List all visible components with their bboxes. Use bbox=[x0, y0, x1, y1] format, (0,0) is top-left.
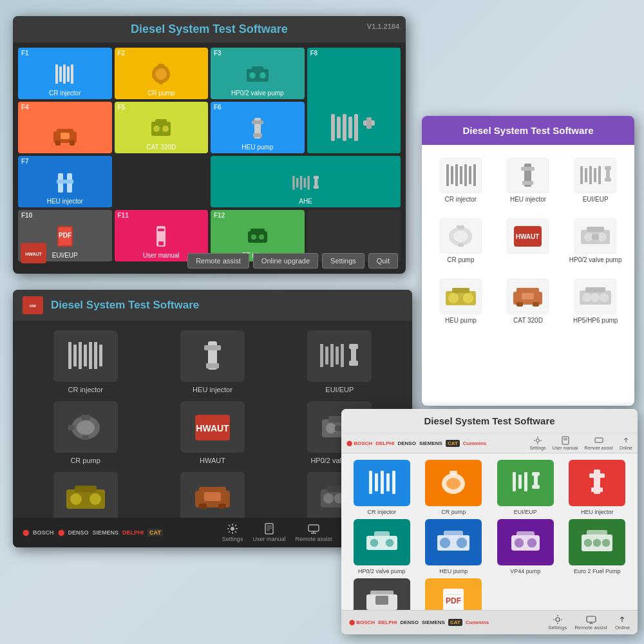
w2-cr-pump[interactable]: CR pump bbox=[26, 401, 145, 464]
hp02-pump-icon bbox=[242, 59, 274, 88]
w3-hp02-pump[interactable]: HP0/2 valve pump bbox=[564, 213, 627, 269]
w4-brand-cat: CAT bbox=[448, 619, 462, 626]
w4-remote-btn[interactable]: Remote assist bbox=[574, 614, 607, 630]
brand-cummins-w4: Cummins bbox=[463, 440, 486, 446]
quit-btn[interactable]: Quit bbox=[368, 253, 398, 269]
w3-hp5hp6-pump-img bbox=[574, 279, 616, 314]
tile-heu-injector[interactable]: F6 HEU pump bbox=[211, 102, 305, 153]
online-upgrade-btn[interactable]: Online upgrade bbox=[253, 253, 318, 269]
svg-rect-169 bbox=[518, 475, 522, 489]
settings-btn[interactable]: Settings bbox=[322, 253, 365, 269]
svg-rect-89 bbox=[75, 486, 97, 492]
w4-euro2-pump[interactable]: Euro 2 Fuel Pump bbox=[564, 519, 632, 574]
svg-rect-17 bbox=[348, 117, 352, 138]
remote-assist-btn[interactable]: Remote assist bbox=[187, 253, 249, 269]
w4-remote-icon[interactable]: Remote assist bbox=[584, 436, 612, 450]
heu-injector-icon bbox=[242, 113, 274, 142]
w2-cr-injector[interactable]: CR injector bbox=[26, 330, 145, 393]
svg-rect-190 bbox=[587, 530, 607, 536]
w2-hwaut[interactable]: HWAUT HWAUT bbox=[153, 401, 272, 464]
w2-manual-btn[interactable]: User manual bbox=[252, 523, 285, 542]
w4-settings-btn[interactable]: Settings bbox=[548, 614, 567, 630]
svg-rect-72 bbox=[341, 344, 344, 367]
w3-eui-eup[interactable]: EUI/EUP bbox=[564, 153, 627, 208]
w4-cr-injector-label: CR injector bbox=[367, 509, 396, 515]
tile-f8[interactable]: F8 bbox=[307, 48, 401, 153]
w4-cr-injector[interactable]: CR injector bbox=[348, 460, 416, 515]
tile-cr-injector-label: CR injector bbox=[49, 90, 80, 97]
svg-point-53 bbox=[259, 234, 264, 240]
w3-cat320d[interactable]: CAT 320D bbox=[497, 274, 560, 329]
f8-icon bbox=[328, 106, 379, 151]
w4-settings-icon[interactable]: Settings bbox=[529, 436, 545, 450]
svg-point-143 bbox=[448, 293, 459, 303]
w4-upgrade-icon[interactable]: Online bbox=[620, 436, 632, 450]
w3-hwaut[interactable]: HWAUT bbox=[497, 213, 560, 269]
svg-rect-23 bbox=[55, 140, 61, 146]
svg-text:PDF: PDF bbox=[446, 596, 461, 605]
svg-rect-4 bbox=[71, 64, 73, 84]
svg-rect-146 bbox=[516, 288, 539, 293]
svg-rect-16 bbox=[343, 114, 346, 141]
svg-point-6 bbox=[155, 68, 167, 80]
svg-point-139 bbox=[598, 232, 607, 242]
window1-grid: F1 CR injector F2 CR pump F3 HP0/2 valve… bbox=[13, 43, 406, 264]
w3-hwaut-img: HWAUT bbox=[507, 218, 549, 254]
tile-cat320d[interactable]: F4 bbox=[18, 102, 112, 153]
svg-rect-37 bbox=[296, 178, 298, 187]
window4-top-icons: Settings User manual Remote assist Onlin… bbox=[529, 436, 632, 450]
w3-eui-eup-label: EUI/EUP bbox=[583, 196, 609, 203]
w2-eui-eup[interactable]: EUI/EUP bbox=[280, 330, 399, 393]
w2-heu-injector-label: HEU injector bbox=[193, 386, 232, 393]
svg-rect-60 bbox=[79, 342, 82, 369]
tile-ahe[interactable]: F7 HEU injector bbox=[18, 156, 112, 207]
svg-rect-173 bbox=[532, 485, 540, 489]
w3-heu-pump-label: HEU pump bbox=[445, 317, 477, 324]
tile-cr-pump[interactable]: F2 CR pump bbox=[115, 48, 209, 99]
svg-point-11 bbox=[249, 72, 256, 79]
svg-rect-78 bbox=[81, 415, 90, 420]
w3-heu-injector[interactable]: HEU injector bbox=[497, 153, 560, 208]
svg-rect-147 bbox=[516, 302, 523, 307]
w3-cr-pump[interactable]: CR pump bbox=[430, 213, 492, 269]
window1-title-bar: Diesel System Test Software V1.1.2184 bbox=[13, 16, 406, 43]
window4-bottom-bar: ⬤ BOSCH DELPHI DENSO SIEMENS CAT Cummins… bbox=[341, 610, 638, 634]
w3-heu-pump[interactable]: HEU pump bbox=[430, 274, 492, 329]
svg-rect-125 bbox=[594, 168, 596, 182]
tile-eui-eup[interactable]: AHE bbox=[211, 156, 401, 207]
tile-ahe-label: HEU injector bbox=[47, 198, 83, 205]
svg-text:HW: HW bbox=[30, 304, 36, 308]
w2-remote-btn[interactable]: Remote assist bbox=[295, 523, 332, 542]
tile-hp02-pump[interactable]: F3 HP0/2 valve pump bbox=[211, 48, 305, 99]
window2-logo: HW bbox=[23, 296, 43, 314]
w2-heu-injector[interactable]: HEU injector bbox=[153, 330, 272, 393]
svg-rect-133 bbox=[458, 243, 464, 247]
w4-hp02-pump[interactable]: HP0/2 valve pump bbox=[348, 519, 416, 574]
w2-cr-pump-img bbox=[53, 401, 118, 453]
svg-rect-18 bbox=[354, 114, 358, 141]
svg-rect-175 bbox=[589, 473, 605, 478]
w4-eui-eup[interactable]: EUI/EUP bbox=[491, 460, 560, 515]
w4-cr-pump[interactable]: CR pump bbox=[420, 460, 488, 515]
w3-cr-injector[interactable]: CR injector bbox=[430, 153, 492, 208]
w4-vp44-pump[interactable]: VP44 pump bbox=[491, 519, 560, 574]
svg-rect-164 bbox=[392, 471, 395, 494]
tile-heu-pump[interactable]: F5 CAT 320D bbox=[115, 102, 209, 153]
svg-point-91 bbox=[90, 493, 101, 505]
svg-point-52 bbox=[251, 234, 256, 240]
w3-hp5hp6-pump[interactable]: HP5/HP6 pump bbox=[564, 274, 627, 329]
w2-settings-btn[interactable]: Settings bbox=[222, 523, 243, 542]
tile-cr-injector[interactable]: F1 CR injector bbox=[18, 48, 112, 99]
svg-rect-66 bbox=[204, 345, 221, 350]
w4-online-btn[interactable]: Online bbox=[615, 614, 630, 630]
svg-text:HWAUT: HWAUT bbox=[516, 233, 540, 240]
w4-heu-pump[interactable]: HEU pump bbox=[420, 519, 488, 574]
svg-point-184 bbox=[456, 537, 468, 549]
w4-heu-injector[interactable]: HEU injector bbox=[564, 460, 632, 515]
brand-bosch: ⬤ bbox=[23, 529, 29, 536]
svg-rect-95 bbox=[218, 504, 226, 509]
svg-rect-149 bbox=[522, 293, 534, 299]
svg-rect-48 bbox=[158, 229, 164, 231]
w4-manual-icon[interactable]: User manual bbox=[553, 436, 578, 450]
svg-rect-79 bbox=[82, 435, 89, 440]
